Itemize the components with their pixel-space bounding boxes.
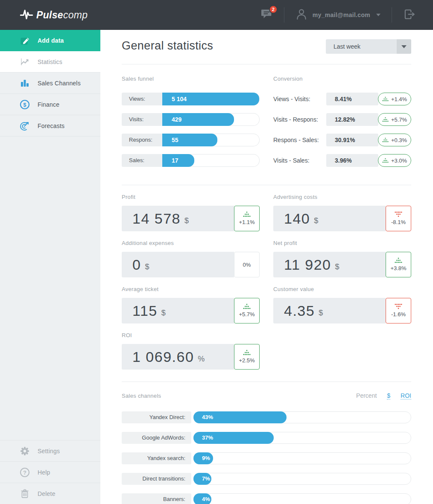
- dollar-circle-icon: $: [19, 99, 30, 110]
- channel-label: Direct transitions:: [122, 473, 191, 485]
- conversion-label: Respons - Sales:: [273, 134, 326, 146]
- channel-track: 43%: [193, 411, 411, 423]
- metric-roi: ROI 1 069.60% +2.5%: [122, 332, 260, 370]
- sales-channels-section: Sales channels Percent $ ROI Yandex Dire…: [122, 392, 411, 504]
- page-title: General statistics: [122, 39, 213, 52]
- svg-text:?: ?: [23, 469, 26, 475]
- view-option-percent[interactable]: Percent: [356, 392, 377, 399]
- main-content: General statistics Last week Sales funne…: [100, 0, 433, 504]
- conversion-row: Respons - Sales: 30.91% +0.3%: [273, 134, 411, 146]
- channel-row: Direct transitions: 7%: [122, 473, 411, 485]
- metric-value: 140: [284, 210, 310, 227]
- help-icon: ?: [19, 467, 30, 478]
- trend-down-icon: [395, 212, 402, 217]
- channel-row: Yandex Direct: 43%: [122, 411, 411, 423]
- metric-label: Advertising costs: [273, 194, 411, 200]
- trend-up-icon: [243, 212, 251, 217]
- sidebar-item-delete[interactable]: Delete: [0, 483, 100, 504]
- metric-unit: $: [145, 262, 149, 271]
- funnel-row: Views: 5 104: [122, 93, 260, 105]
- funnel-bar: 17: [162, 154, 194, 167]
- bar-chart-icon: [19, 79, 30, 88]
- trend-up-icon: [382, 117, 389, 122]
- trend-up-icon: [382, 138, 389, 142]
- funnel-bar: 429: [162, 113, 234, 126]
- channel-track: 7%: [193, 473, 411, 485]
- metric-label: Net profit: [273, 240, 411, 246]
- app-logo: Pulsecomp: [19, 8, 88, 22]
- trend-box: -8.1%: [386, 206, 411, 231]
- trend-down-icon: [395, 304, 402, 309]
- view-option-dollar[interactable]: $: [387, 392, 390, 399]
- divider: [122, 382, 411, 382]
- sidebar-item-label: Add data: [38, 37, 64, 44]
- conversion-value: 8.41%: [326, 93, 378, 105]
- metric-unit: $: [161, 309, 166, 318]
- trend-box: +1.1%: [234, 206, 260, 231]
- sidebar-item-label: Sales Channels: [38, 80, 81, 87]
- channel-row: Banners: 4%: [122, 493, 411, 504]
- conversion-label: Views - Visits:: [273, 93, 326, 105]
- user-menu[interactable]: my_mail@mail.com: [295, 8, 380, 22]
- conversion-row: Views - Visits: 8.41% +1.4%: [273, 93, 411, 105]
- target-icon: [19, 121, 30, 131]
- metric-value: 0: [132, 256, 141, 273]
- sidebar-item-label: Forecasts: [38, 122, 64, 129]
- notification-badge: 2: [269, 5, 278, 14]
- metric-average-ticket: Average ticket 115$ +5.7%: [122, 286, 260, 323]
- sidebar-item-settings[interactable]: Settings: [0, 440, 100, 461]
- funnel-label: Views:: [122, 93, 162, 105]
- channel-row: Google AdWords: 37%: [122, 432, 411, 444]
- sidebar-item-help[interactable]: ? Help: [0, 461, 100, 483]
- channel-bar: 7%: [193, 473, 211, 485]
- sidebar-item-finance[interactable]: $ Finance: [0, 94, 100, 115]
- view-option-roi[interactable]: ROI: [401, 392, 411, 399]
- sidebar-item-sales-channels[interactable]: Sales Channels: [0, 73, 100, 94]
- metric-label: Additional expenses: [122, 240, 260, 246]
- funnel-track: 17: [162, 154, 260, 167]
- messages-button[interactable]: 2: [261, 9, 273, 21]
- line-chart-icon: [19, 57, 30, 67]
- trend-up-icon: [382, 158, 389, 163]
- metric-unit: $: [335, 262, 339, 271]
- period-select[interactable]: Last week: [326, 39, 411, 54]
- trend-chip: +5.7%: [378, 113, 411, 126]
- select-arrow-icon: [397, 39, 411, 54]
- conversion-row: Visits - Respons: 12.82% +5.7%: [273, 113, 411, 126]
- channel-bar: 9%: [193, 452, 213, 464]
- metric-advertising-costs: Advertising costs 140$ -8.1%: [273, 194, 411, 231]
- gear-icon: [19, 446, 30, 456]
- conversion-value: 30.91%: [326, 134, 378, 146]
- metric-customer-value: Customer value 4.35$ -1.6%: [273, 286, 411, 323]
- conversion-label: Visits - Sales:: [273, 154, 326, 167]
- trend-box: +3.8%: [386, 252, 411, 277]
- metrics-section: Profit 14 578$ +1.1% Advertising costs 1…: [122, 185, 411, 370]
- metric-value: 14 578: [132, 210, 181, 227]
- sidebar-item-label: Help: [38, 469, 50, 476]
- sidebar-item-statistics[interactable]: Statistics: [0, 51, 100, 73]
- trend-up-icon: [395, 258, 402, 263]
- channel-bar: 4%: [193, 493, 211, 504]
- trend-box: +2.5%: [234, 344, 260, 370]
- messages-icon: [261, 14, 273, 21]
- funnel-track: 55: [162, 134, 260, 146]
- sidebar-item-label: Statistics: [38, 58, 62, 65]
- channel-track: 4%: [193, 493, 411, 504]
- logout-button[interactable]: [403, 9, 416, 22]
- sidebar-item-forecasts[interactable]: Forecasts: [0, 115, 100, 137]
- funnel-row: Visits: 429: [122, 113, 260, 126]
- trend-box: +5.7%: [234, 298, 260, 323]
- channel-label: Yandex Direct:: [122, 411, 191, 423]
- sidebar: Add data Statistics Sales Channels $ Fin…: [0, 30, 100, 504]
- channel-label: Banners:: [122, 493, 191, 504]
- trend-box: 0%: [234, 252, 260, 277]
- user-email: my_mail@mail.com: [313, 12, 370, 18]
- funnel-label: Sales:: [122, 154, 162, 167]
- funnel-row: Respons: 55: [122, 134, 260, 146]
- period-select-value: Last week: [326, 43, 397, 50]
- trend-up-icon: [382, 97, 389, 101]
- metric-profit: Profit 14 578$ +1.1%: [122, 194, 260, 231]
- metric-label: ROI: [122, 332, 260, 338]
- metric-net-profit: Net profit 11 920$ +3.8%: [273, 240, 411, 277]
- sidebar-item-add-data[interactable]: Add data: [0, 30, 100, 51]
